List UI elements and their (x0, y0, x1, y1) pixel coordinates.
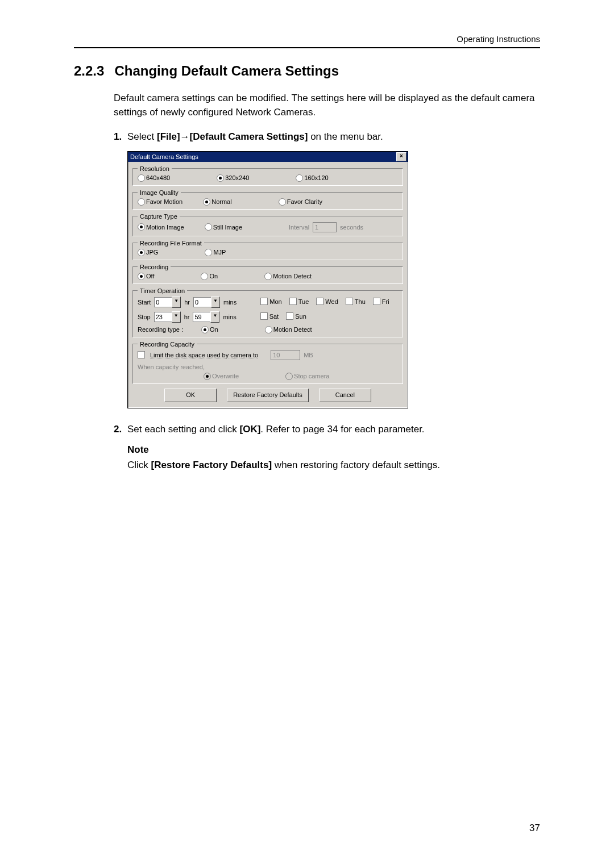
radio-rec-motion-detect[interactable]: Motion Detect (264, 273, 312, 280)
chevron-down-icon[interactable]: ▼ (172, 297, 181, 308)
group-capacity: Recording Capacity Limit the disk space … (132, 341, 403, 384)
chevron-down-icon[interactable]: ▼ (172, 311, 181, 323)
legend-image-quality: Image Quality (138, 189, 181, 196)
group-image-quality: Image Quality Favor Motion Normal Favor … (132, 189, 403, 210)
default-camera-settings-dialog: Default Camera Settings × Resolution 640… (127, 151, 408, 408)
start-hour-combo[interactable]: 0▼ (154, 297, 181, 308)
radio-mjp[interactable]: MJP (205, 249, 226, 256)
interval-label: Interval (289, 224, 309, 231)
running-header: Operating Instructions (74, 34, 540, 48)
radio-favor-motion[interactable]: Favor Motion (138, 198, 182, 206)
chk-sat[interactable]: Sat (260, 312, 279, 320)
start-label: Start (138, 299, 151, 306)
chevron-down-icon[interactable]: ▼ (210, 311, 219, 323)
radio-motion-image[interactable]: Motion Image (138, 223, 184, 231)
radio-160x120[interactable]: 160x120 (296, 174, 328, 182)
stop-min-combo[interactable]: 59▼ (193, 311, 219, 323)
dialog-titlebar[interactable]: Default Camera Settings × (128, 152, 408, 162)
stop-hour-combo[interactable]: 23▼ (154, 311, 181, 323)
cancel-button[interactable]: Cancel (319, 389, 371, 402)
dialog-title: Default Camera Settings (130, 153, 198, 160)
radio-rectype-on[interactable]: On (201, 326, 218, 333)
radio-overwrite: Overwrite (204, 373, 239, 380)
limit-unit: MB (304, 352, 313, 358)
close-icon[interactable]: × (396, 152, 406, 161)
radio-favor-clarity[interactable]: Favor Clarity (279, 198, 322, 206)
chevron-down-icon[interactable]: ▼ (211, 297, 220, 308)
chk-wed[interactable]: Wed (316, 298, 338, 305)
limit-label: Limit the disk space used by camera to (150, 352, 258, 358)
radio-640x480[interactable]: 640x480 (138, 174, 170, 182)
radio-still-image[interactable]: Still Image (205, 223, 242, 231)
legend-capacity: Recording Capacity (138, 341, 197, 348)
radio-rectype-motion[interactable]: Motion Detect (265, 326, 312, 333)
chk-sun[interactable]: Sun (286, 312, 306, 320)
legend-timer: Timer Operation (138, 287, 187, 294)
group-timer: Timer Operation Start 0▼ hr 0▼ mins Mon … (132, 287, 403, 337)
chk-thu[interactable]: Thu (346, 298, 366, 305)
limit-value-input: 10 (271, 350, 300, 360)
radio-normal[interactable]: Normal (203, 198, 231, 206)
section-heading: 2.2.3Changing Default Camera Settings (74, 63, 540, 79)
chk-limit-disk[interactable] (138, 351, 145, 358)
section-title: Changing Default Camera Settings (114, 63, 339, 78)
radio-rec-off[interactable]: Off (138, 273, 154, 280)
step-2: 2.Set each setting and click [OK]. Refer… (114, 422, 540, 437)
legend-recording: Recording (138, 264, 171, 270)
recording-type-label: Recording type : (138, 326, 183, 333)
ok-button[interactable]: OK (164, 389, 217, 402)
stop-label: Stop (138, 314, 151, 320)
group-resolution: Resolution 640x480 320x240 160x120 (132, 165, 403, 186)
chk-tue[interactable]: Tue (289, 298, 309, 305)
note-text: Click [Restore Factory Defaults] when re… (127, 457, 540, 473)
interval-unit: seconds (340, 224, 363, 231)
step-1: 1.Select [File] → [Default Camera Settin… (114, 130, 540, 144)
arrow-icon: → (180, 130, 190, 144)
restore-defaults-button[interactable]: Restore Factory Defaults (227, 389, 309, 402)
chk-fri[interactable]: Fri (373, 298, 389, 305)
radio-stop-camera: Stop camera (285, 373, 329, 380)
section-number: 2.2.3 (74, 63, 104, 78)
note-heading: Note (127, 442, 540, 457)
when-capacity-label: When capacity reached, (138, 364, 205, 370)
legend-file-format: Recording File Format (138, 240, 204, 247)
legend-resolution: Resolution (138, 165, 172, 172)
chk-mon[interactable]: Mon (260, 298, 281, 305)
intro-paragraph: Default camera settings can be modified.… (114, 91, 540, 119)
radio-320x240[interactable]: 320x240 (217, 174, 249, 182)
group-recording: Recording Off On Motion Detect (132, 264, 403, 284)
radio-rec-on[interactable]: On (201, 273, 218, 280)
page-number: 37 (529, 823, 540, 834)
group-capture-type: Capture Type Motion Image Still Image In… (132, 213, 403, 236)
start-min-combo[interactable]: 0▼ (193, 297, 220, 308)
interval-input: 1 (313, 222, 337, 232)
radio-jpg[interactable]: JPG (138, 249, 158, 256)
legend-capture-type: Capture Type (138, 213, 180, 220)
group-file-format: Recording File Format JPG MJP (132, 240, 403, 260)
